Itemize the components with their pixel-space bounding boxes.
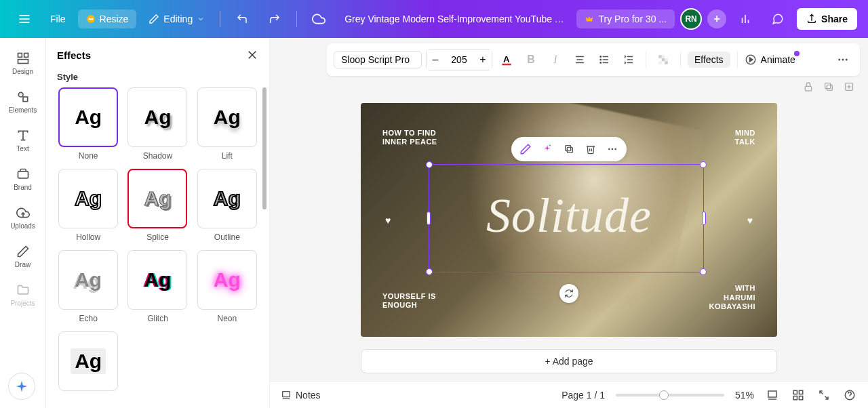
add-page-icon[interactable] <box>844 81 854 92</box>
file-menu[interactable]: File <box>43 9 73 28</box>
bold-button[interactable]: B <box>521 49 541 70</box>
help-icon[interactable] <box>842 388 857 403</box>
pencil-icon <box>149 14 159 24</box>
ai-assistant-button[interactable] <box>8 373 35 400</box>
corner-text-top-left[interactable]: HOW TO FINDINNER PEACE <box>382 129 437 146</box>
cloud-sync-icon[interactable] <box>305 5 332 33</box>
notes-button[interactable]: Notes <box>281 390 321 401</box>
brand-icon <box>15 166 31 182</box>
rail-design[interactable]: Design <box>3 46 43 79</box>
avatar[interactable]: RN <box>680 8 702 30</box>
menu-button[interactable] <box>11 5 38 33</box>
left-rail: Design Elements Text Brand Uploads Draw … <box>0 38 46 408</box>
font-selector[interactable]: Sloop Script Pro <box>334 51 422 68</box>
rail-draw[interactable]: Draw <box>3 239 43 272</box>
svg-text:+: + <box>549 143 551 147</box>
list-button[interactable] <box>594 49 614 70</box>
heart-icon-right[interactable]: ♥ <box>747 215 753 226</box>
redo-button[interactable] <box>261 5 288 33</box>
page-view-icon[interactable] <box>765 388 780 403</box>
trash-icon[interactable] <box>583 142 598 157</box>
more-button[interactable] <box>833 49 853 70</box>
play-circle-icon <box>745 54 757 66</box>
effect-none[interactable]: Ag <box>58 87 118 147</box>
effect-glitch[interactable]: Ag <box>127 250 187 310</box>
effect-splice[interactable]: Ag <box>127 169 187 228</box>
selection-handle-br[interactable] <box>700 268 707 275</box>
svg-rect-34 <box>665 61 668 64</box>
effect-background[interactable]: Ag <box>58 331 118 391</box>
align-button[interactable] <box>570 49 590 70</box>
selection-handle-bl[interactable] <box>426 268 433 275</box>
selection-box[interactable] <box>429 164 704 272</box>
new-feature-dot <box>794 51 800 56</box>
svg-rect-33 <box>662 58 665 62</box>
add-collaborator-button[interactable]: + <box>707 9 726 28</box>
zoom-slider[interactable] <box>616 394 724 396</box>
spacing-button[interactable] <box>618 49 639 70</box>
close-panel-button[interactable] <box>246 49 258 61</box>
sync-badge[interactable] <box>559 284 578 303</box>
resize-button[interactable]: Resize <box>78 9 137 28</box>
panel-scrollbar[interactable] <box>262 87 267 209</box>
italic-button[interactable]: I <box>545 49 566 70</box>
svg-point-53 <box>612 148 614 150</box>
effect-shadow[interactable]: Ag <box>127 87 187 147</box>
font-size-minus[interactable]: – <box>427 49 444 70</box>
lock-icon[interactable] <box>803 81 814 92</box>
svg-rect-8 <box>18 54 22 58</box>
rail-text[interactable]: Text <box>3 123 43 157</box>
heart-icon-left[interactable]: ♥ <box>385 215 391 226</box>
svg-rect-62 <box>800 396 803 399</box>
svg-rect-51 <box>566 146 571 151</box>
rail-elements[interactable]: Elements <box>3 85 43 118</box>
grid-view-icon[interactable] <box>791 388 806 403</box>
undo-button[interactable] <box>229 5 256 33</box>
svg-point-52 <box>608 148 610 150</box>
effect-hollow[interactable]: Ag <box>58 169 118 228</box>
comments-button[interactable] <box>764 5 791 33</box>
try-pro-label: Try Pro for 30 ... <box>598 14 667 24</box>
rail-brand[interactable]: Brand <box>3 162 43 195</box>
effect-neon[interactable]: Ag <box>197 250 257 310</box>
selection-handle-tl[interactable] <box>426 161 433 168</box>
share-button[interactable]: Share <box>797 8 857 30</box>
effect-outline[interactable]: Ag <box>197 169 257 228</box>
rail-uploads[interactable]: Uploads <box>3 201 43 234</box>
duplicate-icon[interactable] <box>823 81 834 92</box>
copy-icon[interactable] <box>561 142 576 157</box>
font-size-plus[interactable]: + <box>474 49 492 70</box>
add-page-button[interactable]: + Add page <box>361 349 777 373</box>
editing-menu[interactable]: Editing <box>142 9 212 28</box>
zoom-value[interactable]: 51% <box>735 390 754 401</box>
effect-lift[interactable]: Ag <box>197 87 257 147</box>
document-title[interactable]: Grey Vintage Modern Self-Improvement You… <box>338 14 571 24</box>
effects-button[interactable]: Effects <box>688 52 730 68</box>
editing-label: Editing <box>163 14 193 24</box>
font-size-value[interactable]: 205 <box>444 54 474 65</box>
selection-handle-left[interactable] <box>427 211 431 225</box>
insights-button[interactable] <box>732 5 759 33</box>
corner-text-top-right[interactable]: MINDTALK <box>734 129 755 146</box>
corner-text-bottom-left[interactable]: YOURSELF ISENOUGH <box>382 292 436 310</box>
rail-projects[interactable]: Projects <box>3 278 43 311</box>
canvas-area: Sloop Script Pro – 205 + A B I Effects A… <box>270 38 868 408</box>
canvas-page-tools <box>803 81 854 92</box>
fullscreen-icon[interactable] <box>816 388 831 403</box>
more-icon[interactable] <box>605 142 620 157</box>
try-pro-button[interactable]: Try Pro for 30 ... <box>576 9 675 28</box>
font-size-stepper: – 205 + <box>426 49 492 70</box>
selection-handle-right[interactable] <box>702 211 706 225</box>
magic-icon[interactable]: + <box>540 142 555 157</box>
effect-echo[interactable]: Ag <box>58 250 118 310</box>
zoom-knob[interactable] <box>659 390 669 400</box>
canvas-page[interactable]: HOW TO FINDINNER PEACE MINDTALK YOURSELF… <box>361 103 777 337</box>
animate-button[interactable]: Animate <box>745 54 795 66</box>
selection-handle-tr[interactable] <box>700 161 707 168</box>
transparency-button[interactable] <box>653 49 673 70</box>
notes-icon <box>281 390 292 401</box>
corner-text-bottom-right[interactable]: WITHHARUMIKOBAYASHI <box>709 284 756 311</box>
upload-icon <box>806 14 817 24</box>
text-color-button[interactable]: A <box>496 49 517 70</box>
edit-icon[interactable] <box>518 142 533 157</box>
